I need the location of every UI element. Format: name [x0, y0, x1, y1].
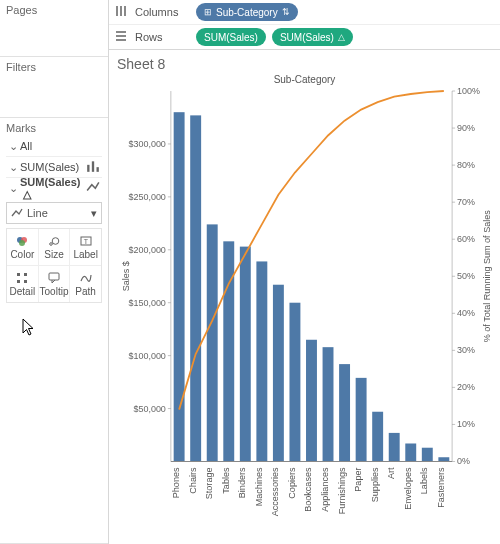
rows-label: Rows — [135, 31, 190, 43]
chart[interactable]: $50,000$100,000$150,000$200,000$250,000$… — [115, 87, 494, 540]
line-icon: Line — [11, 207, 48, 219]
svg-text:$100,000: $100,000 — [128, 351, 165, 361]
svg-text:Art: Art — [386, 467, 396, 479]
svg-text:Phones: Phones — [171, 467, 181, 498]
filters-label: Filters — [6, 61, 102, 73]
columns-shelf[interactable]: Columns ⊞ Sub-Category ⇅ — [109, 0, 500, 25]
label-label: Label — [73, 249, 97, 260]
size-icon — [47, 234, 61, 248]
path-label: Path — [75, 286, 96, 297]
svg-rect-60 — [190, 115, 201, 461]
marks-row-sum2-label: SUM(Sales) △ — [18, 176, 86, 201]
path-icon — [79, 271, 93, 285]
tooltip-label: Tooltip — [40, 286, 69, 297]
svg-rect-16 — [120, 6, 122, 16]
svg-rect-17 — [124, 6, 126, 16]
svg-text:Appliances: Appliances — [320, 467, 330, 512]
svg-text:0%: 0% — [457, 456, 470, 466]
tooltip-card[interactable]: Tooltip — [39, 266, 70, 302]
svg-rect-73 — [405, 443, 416, 461]
svg-text:Supplies: Supplies — [370, 467, 380, 502]
size-card[interactable]: Size — [39, 229, 70, 265]
svg-rect-61 — [207, 224, 218, 461]
marks-row-sum2[interactable]: ⌄ SUM(Sales) △ — [6, 177, 102, 198]
svg-rect-11 — [24, 273, 27, 276]
svg-text:70%: 70% — [457, 197, 475, 207]
size-label: Size — [44, 249, 63, 260]
svg-rect-14 — [49, 273, 59, 280]
svg-rect-62 — [223, 241, 234, 461]
svg-rect-72 — [389, 433, 400, 462]
rows-shelf[interactable]: Rows SUM(Sales) SUM(Sales) △ — [109, 25, 500, 49]
svg-text:$250,000: $250,000 — [128, 192, 165, 202]
svg-text:Labels: Labels — [419, 467, 429, 494]
pill-sum-sales-1[interactable]: SUM(Sales) — [196, 28, 266, 46]
svg-text:20%: 20% — [457, 382, 475, 392]
marks-row-sum1[interactable]: ⌄ SUM(Sales) — [6, 156, 102, 177]
pill-sum-sales-2-label: SUM(Sales) — [280, 32, 334, 43]
svg-rect-15 — [116, 6, 118, 16]
svg-rect-13 — [24, 280, 27, 283]
svg-text:Fasteners: Fasteners — [436, 467, 446, 508]
svg-text:Binders: Binders — [237, 467, 247, 498]
svg-rect-68 — [323, 347, 334, 461]
svg-rect-66 — [289, 303, 300, 462]
sheet-title[interactable]: Sheet 8 — [117, 56, 494, 72]
marks-card-grid: Color Size T Label Detail Tooltip — [6, 228, 102, 303]
color-card[interactable]: Color — [7, 229, 38, 265]
marks-card: Marks ⌄ All ⌄ SUM(Sales) ⌄ SUM(Sales) △ — [0, 118, 108, 544]
mark-type-dropdown[interactable]: Line ▾ — [6, 202, 102, 224]
svg-rect-63 — [240, 247, 251, 462]
svg-text:% of Total Running Sum of Sale: % of Total Running Sum of Sales — [482, 210, 492, 343]
svg-text:Tables: Tables — [221, 467, 231, 494]
svg-text:Furnishings: Furnishings — [337, 467, 347, 514]
filters-shelf[interactable]: Filters — [0, 57, 108, 118]
pages-shelf[interactable]: Pages — [0, 0, 108, 57]
detail-label: Detail — [10, 286, 36, 297]
pill-sum-sales-2[interactable]: SUM(Sales) △ — [272, 28, 353, 46]
marks-row-all[interactable]: ⌄ All — [6, 136, 102, 156]
svg-text:$200,000: $200,000 — [128, 245, 165, 255]
worksheet-view[interactable]: Sheet 8 Sub-Category $50,000$100,000$150… — [109, 50, 500, 544]
svg-rect-10 — [17, 273, 20, 276]
svg-text:50%: 50% — [457, 271, 475, 281]
svg-text:Paper: Paper — [353, 468, 363, 492]
svg-rect-64 — [256, 261, 267, 461]
marks-row-sum1-label: SUM(Sales) — [18, 161, 86, 173]
svg-text:Bookcases: Bookcases — [304, 467, 314, 512]
svg-rect-71 — [372, 412, 383, 462]
svg-point-7 — [52, 238, 59, 245]
pill-sub-category[interactable]: ⊞ Sub-Category ⇅ — [196, 3, 298, 21]
side-panels: Pages Filters Marks ⌄ All ⌄ SUM(Sales) ⌄… — [0, 0, 109, 544]
caret-down-icon: ▾ — [91, 207, 97, 220]
svg-text:$50,000: $50,000 — [133, 404, 165, 414]
svg-point-6 — [50, 243, 53, 246]
svg-rect-18 — [116, 31, 126, 33]
svg-text:30%: 30% — [457, 345, 475, 355]
mark-type-value: Line — [27, 207, 48, 219]
color-icon — [15, 234, 29, 248]
svg-rect-20 — [116, 39, 126, 41]
tooltip-icon — [47, 271, 61, 285]
svg-rect-69 — [339, 364, 350, 461]
pill-sum-sales-1-label: SUM(Sales) — [204, 32, 258, 43]
svg-text:40%: 40% — [457, 308, 475, 318]
detail-card[interactable]: Detail — [7, 266, 38, 302]
label-card[interactable]: T Label — [70, 229, 101, 265]
svg-text:10%: 10% — [457, 419, 475, 429]
svg-text:90%: 90% — [457, 123, 475, 133]
svg-text:Machines: Machines — [254, 467, 264, 506]
chevron-down-icon: ⌄ — [8, 182, 18, 195]
marks-label: Marks — [6, 122, 102, 134]
svg-point-5 — [19, 240, 25, 246]
svg-text:Accessories: Accessories — [270, 467, 280, 516]
svg-text:$150,000: $150,000 — [128, 298, 165, 308]
svg-rect-19 — [116, 35, 126, 37]
svg-rect-12 — [17, 280, 20, 283]
path-card[interactable]: Path — [70, 266, 101, 302]
chart-title: Sub-Category — [115, 74, 494, 85]
svg-text:$300,000: $300,000 — [128, 139, 165, 149]
svg-text:Envelopes: Envelopes — [403, 467, 413, 510]
svg-rect-1 — [92, 161, 94, 172]
shelves: Columns ⊞ Sub-Category ⇅ Rows SUM(Sales)… — [109, 0, 500, 50]
